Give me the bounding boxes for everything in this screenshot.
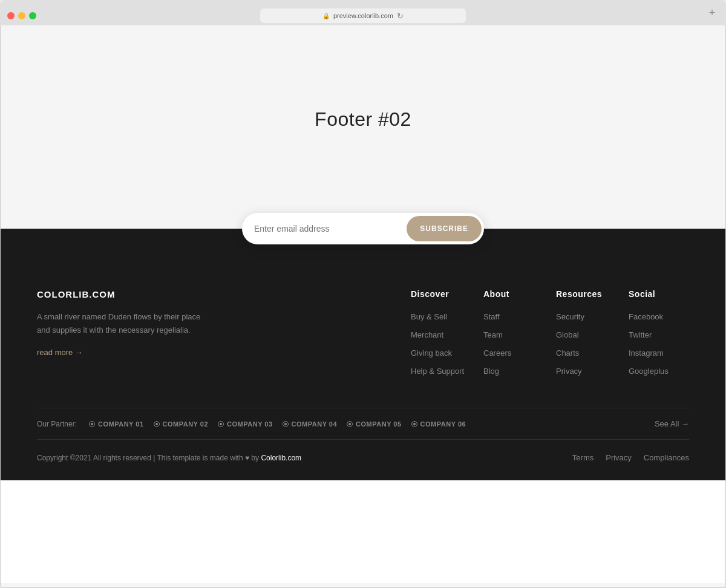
about-column: About Staff Team Careers Blog: [483, 289, 544, 384]
list-item: Careers: [483, 347, 544, 358]
partner-name: COMPANY 04: [292, 420, 338, 428]
list-item: COMPANY 04: [283, 420, 338, 428]
terms-link[interactable]: Terms: [572, 453, 594, 462]
twitter-link[interactable]: Twitter: [629, 330, 652, 339]
partner-name: COMPANY 06: [420, 420, 466, 428]
partners-list: COMPANY 01 COMPANY 02 COMPANY 03 COMPANY…: [89, 420, 643, 428]
list-item: Help & Support: [411, 365, 471, 376]
list-item: Blog: [483, 365, 544, 376]
partners-bar: Our Partner: COMPANY 01 COMPANY 02 COMPA…: [37, 408, 689, 439]
list-item: Googleplus: [629, 365, 689, 376]
url-text: preview.colorlib.com: [333, 12, 393, 19]
brand-name: COLORLIB.COM: [37, 289, 206, 299]
browser-window: 🔒 preview.colorlib.com ↻ + Footer #02 SU…: [0, 0, 726, 588]
partner-name: COMPANY 03: [227, 420, 273, 428]
brand-description: A small river named Duden flows by their…: [37, 310, 206, 337]
page-title: Footer #02: [315, 108, 411, 131]
partner-name: COMPANY 02: [163, 420, 209, 428]
social-links: Facebook Twitter Instagram Googleplus: [629, 311, 689, 376]
list-item: COMPANY 02: [154, 420, 209, 428]
compliances-link[interactable]: Compliances: [644, 453, 689, 462]
email-input[interactable]: [242, 224, 404, 234]
page-bottom-space: [1, 480, 725, 583]
merchant-link[interactable]: Merchant: [411, 330, 443, 339]
browser-content: Footer #02 SUBSCRIBE COLORLIB.COM A smal…: [0, 25, 726, 588]
subscribe-form: SUBSCRIBE: [242, 213, 484, 244]
list-item: Staff: [483, 311, 544, 322]
list-item: COMPANY 03: [218, 420, 273, 428]
list-item: Facebook: [629, 311, 689, 322]
privacy-link[interactable]: Privacy: [556, 367, 582, 376]
security-link[interactable]: Security: [556, 312, 584, 321]
list-item: Buy & Sell: [411, 311, 471, 322]
about-title: About: [483, 289, 544, 299]
partner-dot-icon: [154, 421, 160, 427]
facebook-link[interactable]: Facebook: [629, 312, 663, 321]
list-item: COMPANY 06: [411, 420, 466, 428]
footer: COLORLIB.COM A small river named Duden f…: [1, 229, 725, 480]
list-item: Twitter: [629, 329, 689, 340]
copyright-text: Copyright ©2021 All rights reserved | Th…: [37, 454, 301, 462]
heart-icon: ♥ by: [245, 454, 261, 462]
social-column: Social Facebook Twitter Instagram Google…: [629, 289, 689, 384]
partner-dot-icon: [89, 421, 95, 427]
help-support-link[interactable]: Help & Support: [411, 367, 464, 376]
list-item: Team: [483, 329, 544, 340]
discover-links: Buy & Sell Merchant Giving back Help & S…: [411, 311, 471, 376]
traffic-light-red[interactable]: [7, 12, 15, 19]
partner-dot-icon: [283, 421, 289, 427]
privacy-legal-link[interactable]: Privacy: [606, 453, 632, 462]
list-item: Instagram: [629, 347, 689, 358]
buy-sell-link[interactable]: Buy & Sell: [411, 312, 447, 321]
colorlib-link[interactable]: Colorlib.com: [261, 454, 301, 462]
read-more-link[interactable]: read more →: [37, 348, 83, 357]
page-header: Footer #02: [1, 25, 725, 213]
about-links: Staff Team Careers Blog: [483, 311, 544, 376]
partners-label: Our Partner:: [37, 420, 77, 428]
see-all-link[interactable]: See All →: [655, 419, 689, 428]
discover-column: Discover Buy & Sell Merchant Giving back…: [411, 289, 471, 384]
traffic-light-yellow[interactable]: [18, 12, 25, 19]
list-item: COMPANY 01: [89, 420, 144, 428]
partner-dot-icon: [218, 421, 224, 427]
footer-bottom: Copyright ©2021 All rights reserved | Th…: [37, 439, 689, 480]
footer-columns: Discover Buy & Sell Merchant Giving back…: [231, 289, 689, 384]
careers-link[interactable]: Careers: [483, 348, 511, 358]
resources-title: Resources: [556, 289, 616, 299]
footer-main: COLORLIB.COM A small river named Duden f…: [37, 265, 689, 408]
list-item: Privacy: [556, 365, 616, 376]
staff-link[interactable]: Staff: [483, 312, 500, 321]
instagram-link[interactable]: Instagram: [629, 348, 664, 358]
charts-link[interactable]: Charts: [556, 348, 579, 358]
list-item: Giving back: [411, 347, 471, 358]
list-item: Merchant: [411, 329, 471, 340]
new-tab-button[interactable]: +: [705, 6, 719, 19]
partner-dot-icon: [411, 421, 417, 427]
list-item: Global: [556, 329, 616, 340]
browser-chrome: 🔒 preview.colorlib.com ↻ +: [0, 0, 726, 25]
global-link[interactable]: Global: [556, 330, 579, 339]
legal-links: Terms Privacy Compliances: [572, 453, 689, 462]
resources-links: Security Global Charts Privacy: [556, 311, 616, 376]
traffic-light-green[interactable]: [29, 12, 36, 19]
giving-back-link[interactable]: Giving back: [411, 348, 452, 358]
team-link[interactable]: Team: [483, 330, 503, 339]
partner-name: COMPANY 05: [356, 420, 402, 428]
address-bar[interactable]: 🔒 preview.colorlib.com ↻: [260, 8, 466, 23]
reload-icon: ↻: [397, 11, 404, 21]
partner-name: COMPANY 01: [98, 420, 144, 428]
resources-column: Resources Security Global Charts Privacy: [556, 289, 616, 384]
blog-link[interactable]: Blog: [483, 367, 499, 376]
copyright-content: Copyright ©2021 All rights reserved | Th…: [37, 454, 243, 462]
list-item: Charts: [556, 347, 616, 358]
discover-title: Discover: [411, 289, 471, 299]
subscribe-button[interactable]: SUBSCRIBE: [407, 216, 482, 241]
googleplus-link[interactable]: Googleplus: [629, 367, 669, 376]
footer-brand: COLORLIB.COM A small river named Duden f…: [37, 289, 206, 384]
partner-dot-icon: [347, 421, 353, 427]
lock-icon: 🔒: [322, 13, 330, 19]
subscribe-wrapper: SUBSCRIBE: [1, 213, 725, 244]
list-item: COMPANY 05: [347, 420, 402, 428]
list-item: Security: [556, 311, 616, 322]
social-title: Social: [629, 289, 689, 299]
